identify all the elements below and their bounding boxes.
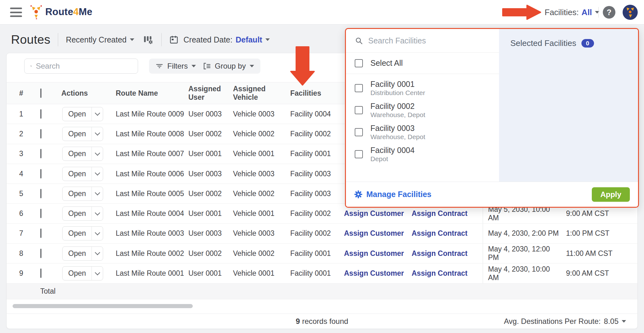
schedule-date: May 4, 2030, 12:00 PM	[483, 244, 561, 263]
created-date-dropdown[interactable]: Created Date: Default	[169, 35, 270, 44]
schedule-time: 9:00 AM CST	[561, 209, 638, 218]
open-dropdown-toggle[interactable]	[92, 227, 103, 240]
open-route-button[interactable]: Open	[62, 266, 103, 280]
search-field[interactable]	[24, 59, 138, 74]
assign-customer-link[interactable]: Assign Customer	[344, 269, 412, 278]
open-route-button[interactable]: Open	[62, 107, 103, 121]
facility: Facility 0002	[290, 130, 344, 138]
route-name: Last Mile Route 0002	[116, 249, 188, 258]
column-header-number: #	[7, 89, 34, 98]
row-checkbox[interactable]	[40, 169, 42, 178]
assign-contract-link[interactable]: Assign Contract	[412, 229, 483, 238]
select-all-checkbox[interactable]	[355, 59, 363, 67]
assigned-user: User 0001	[188, 209, 233, 218]
manage-facilities-link[interactable]: Manage Facilities	[354, 190, 431, 199]
avg-destinations-dropdown[interactable]: Avg. Destinations Per Route: 8.05	[504, 317, 626, 326]
facility-checkbox[interactable]	[355, 84, 363, 92]
open-button-label: Open	[63, 189, 92, 198]
app-root: Route4Me Facilities: All ? Routes Recen	[0, 0, 644, 333]
row-checkbox[interactable]	[40, 249, 42, 258]
assign-contract-link[interactable]: Assign Contract	[412, 269, 483, 278]
assign-customer-link[interactable]: Assign Customer	[344, 229, 412, 238]
row-checkbox[interactable]	[40, 109, 42, 119]
assign-customer-link[interactable]: Assign Customer	[344, 249, 412, 258]
facility-option[interactable]: Facility 0001Distribution Center	[346, 77, 499, 99]
facility-checkbox[interactable]	[355, 150, 363, 158]
group-by-icon	[203, 62, 211, 70]
hamburger-menu-icon[interactable]	[10, 8, 22, 17]
column-header-facilities: Facilities	[290, 89, 344, 98]
scrollbar-thumb[interactable]	[13, 304, 193, 308]
route-name: Last Mile Route 0003	[116, 229, 188, 238]
open-route-button[interactable]: Open	[62, 246, 103, 261]
select-all-option[interactable]: Select All	[346, 53, 499, 74]
row-index: 9	[7, 269, 34, 278]
user-avatar[interactable]	[623, 5, 638, 20]
facility: Facility 0001	[290, 150, 344, 158]
facilities-filter-dropdown[interactable]: Facilities: All	[545, 0, 599, 25]
row-index: 4	[7, 170, 34, 178]
row-checkbox[interactable]	[40, 149, 42, 158]
row-checkbox[interactable]	[40, 129, 42, 138]
row-index: 2	[7, 130, 34, 138]
open-dropdown-toggle[interactable]	[92, 267, 103, 280]
facility-option[interactable]: Facility 0003Warehouse, Depot	[346, 121, 499, 143]
facility-types: Warehouse, Depot	[370, 133, 425, 141]
open-route-button[interactable]: Open	[62, 147, 103, 161]
assigned-vehicle: Vehicle 0003	[233, 110, 290, 118]
open-dropdown-toggle[interactable]	[92, 207, 103, 220]
help-icon[interactable]: ?	[603, 6, 615, 19]
facilities-filter-popup: Select All Facility 0001Distribution Cen…	[345, 28, 639, 208]
facilities-search-input[interactable]	[368, 36, 490, 45]
table-columns-settings-icon[interactable]	[142, 34, 153, 45]
facility-checkbox[interactable]	[355, 106, 363, 114]
chevron-down-icon	[130, 38, 134, 41]
facilities-search-field[interactable]	[346, 29, 499, 53]
sort-order-dropdown[interactable]: Recently Created	[66, 35, 134, 44]
assigned-user: User 0001	[188, 269, 233, 278]
apply-button[interactable]: Apply	[592, 187, 630, 202]
assigned-user: User 0002	[188, 130, 233, 138]
row-checkbox[interactable]	[40, 209, 42, 218]
open-dropdown-toggle[interactable]	[92, 247, 103, 260]
search-input[interactable]	[36, 62, 133, 71]
facility-option[interactable]: Facility 0002Warehouse, Depot	[346, 99, 499, 121]
row-checkbox[interactable]	[40, 189, 42, 198]
facility-checkbox[interactable]	[355, 128, 363, 136]
filters-button[interactable]: Filters	[149, 59, 202, 74]
open-route-button[interactable]: Open	[62, 127, 103, 141]
annotation-arrow-down	[290, 46, 315, 87]
selected-count-badge: 0	[581, 39, 594, 48]
assigned-vehicle: Vehicle 0003	[233, 229, 290, 238]
open-route-button[interactable]: Open	[62, 167, 103, 181]
open-dropdown-toggle[interactable]	[92, 127, 103, 141]
open-dropdown-toggle[interactable]	[92, 167, 103, 181]
assign-customer-link[interactable]: Assign Customer	[344, 209, 412, 218]
facility-option[interactable]: Facility 0004Depot	[346, 143, 499, 165]
open-route-button[interactable]: Open	[62, 187, 103, 201]
route4me-logo[interactable]: Route4Me	[29, 5, 92, 19]
assigned-user: User 0002	[188, 249, 233, 258]
select-all-rows-checkbox[interactable]	[40, 88, 42, 98]
open-route-button[interactable]: Open	[62, 226, 103, 240]
assigned-vehicle: Vehicle 0002	[233, 189, 290, 198]
open-dropdown-toggle[interactable]	[92, 107, 103, 121]
assign-contract-link[interactable]: Assign Contract	[412, 249, 483, 258]
topbar-divider	[598, 7, 599, 18]
assigned-vehicle: Vehicle 0001	[233, 209, 290, 218]
open-dropdown-toggle[interactable]	[92, 147, 103, 161]
open-route-button[interactable]: Open	[62, 206, 103, 221]
facility: Facility 0004	[290, 110, 344, 118]
column-header-assigned-user: Assigned User	[188, 85, 233, 102]
row-checkbox[interactable]	[40, 268, 42, 278]
group-by-button[interactable]: Group by	[197, 59, 260, 74]
open-dropdown-toggle[interactable]	[92, 187, 103, 200]
facility: Facility 0002	[290, 209, 344, 218]
chevron-down-icon	[95, 210, 100, 215]
table-row: 7OpenLast Mile Route 0003User 0003Vehicl…	[7, 224, 637, 244]
facility: Facility 0001	[290, 269, 344, 278]
assigned-user: User 0002	[188, 189, 233, 198]
row-checkbox[interactable]	[40, 229, 42, 238]
assign-contract-link[interactable]: Assign Contract	[412, 209, 483, 218]
chevron-down-icon	[95, 150, 100, 155]
